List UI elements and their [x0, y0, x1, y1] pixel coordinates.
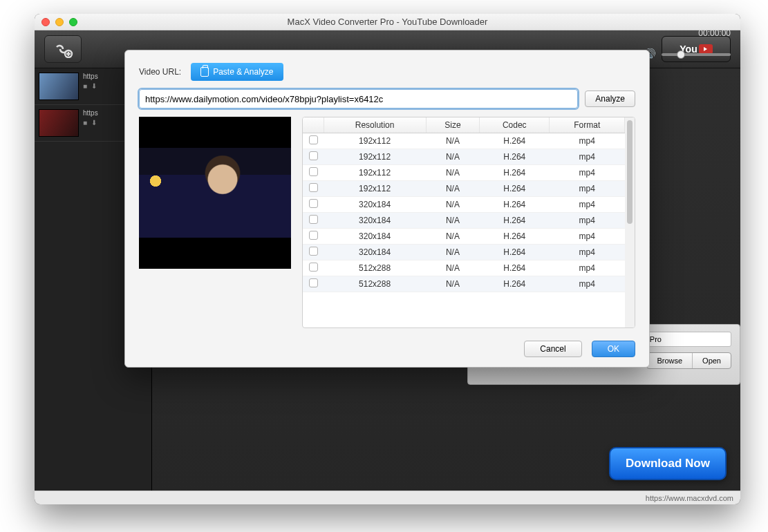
cell-format: mp4 — [550, 245, 625, 260]
cell-codec: H.264 — [480, 245, 550, 260]
row-checkbox[interactable] — [309, 183, 318, 192]
cell-resolution: 192x112 — [324, 133, 426, 149]
cell-codec: H.264 — [480, 165, 550, 181]
preview-thumbnail — [139, 148, 291, 238]
ok-button[interactable]: OK — [592, 341, 635, 357]
camera-icon: ■ — [83, 82, 87, 90]
cell-codec: H.264 — [480, 260, 550, 276]
cell-codec: H.264 — [480, 229, 550, 245]
formats-table: Resolution Size Codec Format 192x112N/AH… — [302, 117, 635, 328]
video-preview — [139, 117, 291, 269]
row-checkbox[interactable] — [309, 199, 318, 208]
col-codec: Codec — [480, 117, 550, 133]
volume-control[interactable]: 🔊 — [642, 48, 731, 61]
cell-codec: H.264 — [480, 276, 550, 292]
row-checkbox[interactable] — [309, 167, 318, 176]
row-checkbox[interactable] — [309, 215, 318, 224]
cell-size: N/A — [426, 260, 479, 276]
col-resolution: Resolution — [324, 117, 426, 133]
cell-size: N/A — [426, 197, 479, 213]
video-url-input[interactable] — [139, 89, 578, 108]
download-icon: ⬇ — [91, 82, 97, 90]
cell-codec: H.264 — [480, 213, 550, 229]
table-header-row: Resolution Size Codec Format — [303, 117, 625, 133]
cell-resolution: 320x184 — [324, 197, 426, 213]
download-icon: ⬇ — [91, 119, 97, 126]
cell-codec: H.264 — [480, 133, 550, 149]
table-row[interactable]: 320x184N/AH.264mp4 — [303, 197, 625, 213]
cell-resolution: 320x184 — [324, 245, 426, 260]
playback-time: 00:00:00 — [698, 28, 731, 38]
cell-format: mp4 — [550, 197, 625, 213]
cell-size: N/A — [426, 165, 479, 181]
paste-analyze-label: Paste & Analyze — [213, 67, 273, 77]
cell-format: mp4 — [550, 149, 625, 165]
cell-format: mp4 — [550, 165, 625, 181]
row-checkbox[interactable] — [309, 231, 318, 240]
app-window: MacX Video Converter Pro - YouTube Downl… — [35, 14, 740, 504]
cell-size: N/A — [426, 181, 479, 197]
row-checkbox[interactable] — [309, 151, 318, 160]
table-row[interactable]: 320x184N/AH.264mp4 — [303, 213, 625, 229]
cell-size: N/A — [426, 229, 479, 245]
cell-resolution: 512x288 — [324, 276, 426, 292]
volume-slider[interactable] — [662, 53, 731, 56]
col-size: Size — [426, 117, 479, 133]
link-plus-icon — [53, 40, 73, 58]
cell-format: mp4 — [550, 181, 625, 197]
open-button[interactable]: Open — [692, 353, 731, 368]
cell-size: N/A — [426, 213, 479, 229]
table-row[interactable]: 512x288N/AH.264mp4 — [303, 276, 625, 292]
titlebar: MacX Video Converter Pro - YouTube Downl… — [35, 14, 740, 30]
cell-resolution: 192x112 — [324, 181, 426, 197]
cell-resolution: 320x184 — [324, 213, 426, 229]
col-format: Format — [550, 117, 625, 133]
cell-codec: H.264 — [480, 197, 550, 213]
clipboard-icon — [200, 67, 209, 77]
table-row[interactable]: 192x112N/AH.264mp4 — [303, 165, 625, 181]
table-scrollbar[interactable] — [625, 117, 635, 327]
cell-size: N/A — [426, 133, 479, 149]
queue-thumbnail — [39, 109, 79, 137]
row-checkbox[interactable] — [309, 135, 318, 144]
cell-format: mp4 — [550, 276, 625, 292]
row-checkbox[interactable] — [309, 263, 318, 272]
browse-button[interactable]: Browse — [647, 353, 692, 368]
cell-codec: H.264 — [480, 181, 550, 197]
cell-format: mp4 — [550, 213, 625, 229]
table-row[interactable]: 320x184N/AH.264mp4 — [303, 229, 625, 245]
row-checkbox[interactable] — [309, 247, 318, 256]
footer-url: https://www.macxdvd.com — [646, 494, 733, 502]
cell-resolution: 512x288 — [324, 260, 426, 276]
table-row[interactable]: 512x288N/AH.264mp4 — [303, 260, 625, 276]
cell-format: mp4 — [550, 260, 625, 276]
cancel-button[interactable]: Cancel — [524, 341, 581, 357]
row-checkbox[interactable] — [309, 278, 318, 287]
cell-size: N/A — [426, 276, 479, 292]
download-now-button[interactable]: Download Now — [609, 447, 727, 480]
cell-size: N/A — [426, 245, 479, 260]
analyze-dialog: Video URL: Paste & Analyze Analyze — [124, 50, 650, 368]
video-url-label: Video URL: — [139, 67, 181, 77]
cell-resolution: 192x112 — [324, 165, 426, 181]
camera-icon: ■ — [83, 119, 87, 126]
table-row[interactable]: 192x112N/AH.264mp4 — [303, 149, 625, 165]
add-url-button[interactable] — [44, 35, 82, 63]
window-title: MacX Video Converter Pro - YouTube Downl… — [35, 17, 740, 27]
table-row[interactable]: 192x112N/AH.264mp4 — [303, 181, 625, 197]
cell-format: mp4 — [550, 229, 625, 245]
analyze-button[interactable]: Analyze — [585, 91, 635, 107]
cell-size: N/A — [426, 149, 479, 165]
table-row[interactable]: 320x184N/AH.264mp4 — [303, 245, 625, 260]
status-bar: https://www.macxdvd.com — [35, 491, 740, 504]
cell-resolution: 320x184 — [324, 229, 426, 245]
cell-format: mp4 — [550, 133, 625, 149]
queue-thumbnail — [39, 73, 79, 100]
paste-analyze-button[interactable]: Paste & Analyze — [191, 63, 283, 81]
cell-codec: H.264 — [480, 149, 550, 165]
cell-resolution: 192x112 — [324, 149, 426, 165]
table-row[interactable]: 192x112N/AH.264mp4 — [303, 133, 625, 149]
